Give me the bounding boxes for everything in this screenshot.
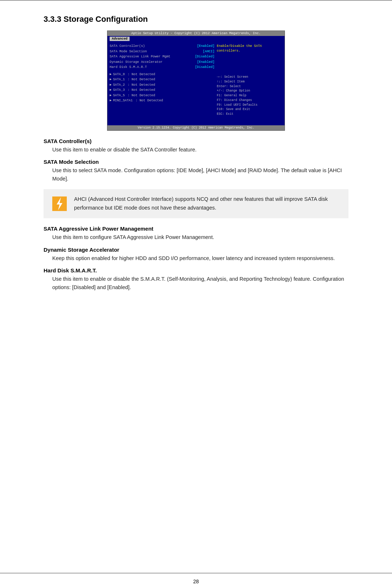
top-rule bbox=[0, 0, 392, 1]
section-sata-controllers: SATA Controller(s) Use this item to enab… bbox=[44, 138, 348, 154]
heading-sata-mode: SATA Mode Selection bbox=[44, 159, 348, 165]
bios-sata1: ►SATA_1: Not Detected bbox=[110, 77, 215, 82]
bios-item-sata-mode: SATA Mode Selection [AHCI] bbox=[110, 49, 215, 54]
bottom-rule bbox=[0, 573, 392, 573]
section-sata-mode: SATA Mode Selection Use this to select S… bbox=[44, 159, 348, 183]
bios-item-smart: Hard Disk S.M.A.R.T [Disabled] bbox=[110, 65, 215, 70]
bios-key-change: +/-: Change Option bbox=[217, 89, 282, 93]
bios-key-f10: F10: Save and Exit bbox=[217, 107, 282, 112]
section-dynamic-storage: Dynamic Storage Accelerator Keep this op… bbox=[44, 247, 348, 262]
bios-screenshot: Aptio Setup Utility - Copyright (C) 2012… bbox=[107, 31, 285, 131]
section-hard-disk-smart: Hard Disk S.M.A.R.T. Use this item to en… bbox=[44, 267, 348, 291]
page-title: 3.3.3 Storage Configuration bbox=[44, 15, 348, 24]
bios-key-f9: F9: Load UEFI Defaults bbox=[217, 103, 282, 108]
bios-left-panel: SATA Controller(s) [Enabled] SATA Mode S… bbox=[110, 44, 215, 124]
bios-footer: Version 2.15.1234. Copyright (C) 2012 Am… bbox=[107, 125, 285, 130]
bios-sata5: ►SATA_5: Not Detected bbox=[110, 93, 215, 98]
bios-help-text: Enable/Disable the SATA controllers. bbox=[217, 44, 282, 53]
bios-key-esc: ESC: Exit bbox=[217, 112, 282, 117]
bios-sata2: ►SATA_2: Not Detected bbox=[110, 83, 215, 88]
bios-key-legend: →←: Select Screen ↑↓: Select Item Enter:… bbox=[217, 75, 282, 117]
page-number: 28 bbox=[0, 579, 392, 584]
heading-dynamic-storage: Dynamic Storage Accelerator bbox=[44, 247, 348, 253]
section-sata-aggressive: SATA Aggressive Link Power Management Us… bbox=[44, 226, 348, 241]
lightning-icon bbox=[51, 195, 68, 212]
bios-key-enter: Enter: Select bbox=[217, 84, 282, 89]
bios-key-screen: →←: Select Screen bbox=[217, 75, 282, 80]
heading-sata-controllers: SATA Controller(s) bbox=[44, 138, 348, 144]
bios-title-bar: Aptio Setup Utility - Copyright (C) 2012… bbox=[107, 31, 285, 36]
bios-sata-ports: ►SATA_0: Not Detected ►SATA_1: Not Detec… bbox=[110, 72, 215, 104]
bios-sata0: ►SATA_0: Not Detected bbox=[110, 72, 215, 77]
bios-item-sata-ctrl: SATA Controller(s) [Enabled] bbox=[110, 44, 215, 49]
heading-sata-aggressive: SATA Aggressive Link Power Management bbox=[44, 226, 348, 232]
bios-sata3: ►SATA_3: Not Detected bbox=[110, 88, 215, 93]
body-sata-controllers: Use this item to enable or disable the S… bbox=[52, 146, 348, 154]
bios-right-panel: Enable/Disable the SATA controllers. →←:… bbox=[217, 44, 282, 124]
bios-key-item: ↑↓: Select Item bbox=[217, 80, 282, 84]
bios-tab-bar: Advanced bbox=[107, 36, 285, 42]
body-sata-mode: Use this to select SATA mode. Configurat… bbox=[52, 166, 348, 183]
bios-item-sata-aggr: SATA Aggressive Link Power Mgmt [Disable… bbox=[110, 54, 215, 60]
bios-tab-advanced: Advanced bbox=[110, 37, 130, 41]
note-text: AHCI (Advanced Host Controller Interface… bbox=[74, 195, 341, 212]
body-hard-disk-smart: Use this item to enable or disable the S… bbox=[52, 275, 348, 291]
body-sata-aggressive: Use this item to configure SATA Aggressi… bbox=[52, 233, 348, 241]
body-dynamic-storage: Keep this option enabled for higher HDD … bbox=[52, 254, 348, 262]
heading-hard-disk-smart: Hard Disk S.M.A.R.T. bbox=[44, 267, 348, 273]
bios-key-f7: F7: Discard Changes bbox=[217, 98, 282, 103]
bios-key-f1: F1: General Help bbox=[217, 93, 282, 98]
note-box: AHCI (Advanced Host Controller Interface… bbox=[44, 189, 348, 218]
bios-mini-sata: ►MINI_SATA1: Not Detected bbox=[110, 98, 215, 104]
bios-item-dyn-storage: Dynamic Storage Accelerator [Enabled] bbox=[110, 60, 215, 65]
